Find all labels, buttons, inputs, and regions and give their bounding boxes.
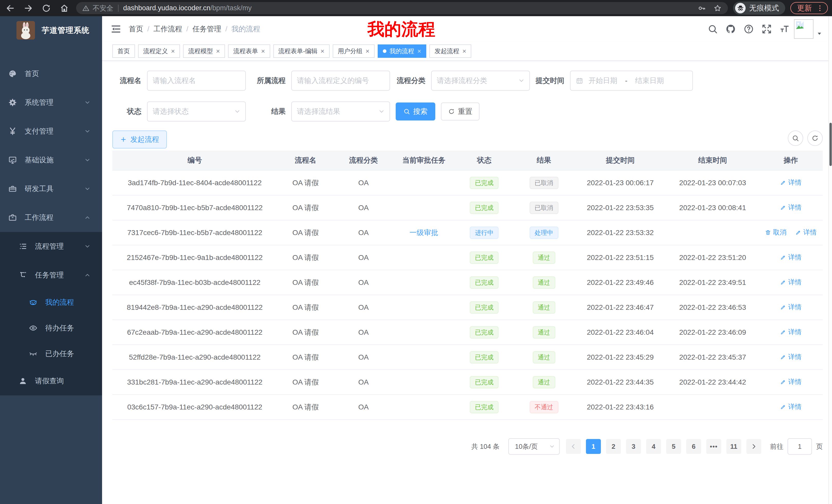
sidebar-submenu-item[interactable]: 流程管理 xyxy=(0,232,102,261)
detail-link[interactable]: 详情 xyxy=(780,203,802,212)
key-icon[interactable] xyxy=(698,4,706,12)
address-bar[interactable]: 不安全 dashboard.yudao.iocoder.cn/bpm/task/… xyxy=(76,2,728,14)
detail-link[interactable]: 详情 xyxy=(780,278,802,287)
sidebar-menu-item[interactable]: 研发工具 xyxy=(0,174,102,203)
breadcrumb-item[interactable]: 我的流程 xyxy=(231,24,260,34)
navbar-action[interactable] xyxy=(744,24,754,34)
start-process-button[interactable]: 发起流程 xyxy=(112,131,167,148)
detail-link[interactable]: 详情 xyxy=(780,353,802,361)
page-button[interactable]: 2 xyxy=(606,439,621,454)
table-row: 52ffd28e-7b9a-11ec-a290-acde48001122 OA … xyxy=(112,345,823,370)
tab[interactable]: 用户分组 × xyxy=(333,45,374,58)
detail-link[interactable]: 详情 xyxy=(780,253,802,262)
breadcrumb-item[interactable]: 工作流程 xyxy=(154,24,182,34)
tab-close-icon[interactable]: × xyxy=(261,48,265,54)
annotation-text: 我的流程 xyxy=(367,18,435,41)
page-button[interactable]: ••• xyxy=(706,439,721,454)
process-definition-input[interactable] xyxy=(291,71,390,91)
toggle-search-button[interactable] xyxy=(788,131,803,146)
tab[interactable]: 首页 xyxy=(112,45,135,58)
tab-close-icon[interactable]: × xyxy=(462,48,466,54)
detail-link[interactable]: 详情 xyxy=(795,228,817,237)
page-button[interactable]: 3 xyxy=(626,439,641,454)
page-button[interactable]: 11 xyxy=(726,439,741,454)
cell-id: 2152467e-7b9b-11ec-9a1b-acde48001122 xyxy=(112,245,277,270)
breadcrumb-separator: / xyxy=(147,25,149,33)
sidebar-menu-item[interactable]: 支付管理 xyxy=(0,117,102,146)
detail-link[interactable]: 详情 xyxy=(780,303,802,312)
page-button[interactable]: 5 xyxy=(666,439,681,454)
tab-close-icon[interactable]: × xyxy=(216,48,220,54)
incognito-icon xyxy=(737,4,744,12)
tab-close-icon[interactable]: × xyxy=(366,48,369,54)
date-end-placeholder[interactable]: 结束日期 xyxy=(635,76,664,86)
sidebar-submenu-item[interactable]: 请假查询 xyxy=(0,367,102,395)
tab[interactable]: 流程表单-编辑 × xyxy=(273,45,330,58)
reset-button[interactable]: 重置 xyxy=(441,103,479,120)
result-select[interactable]: 请选择流结果 xyxy=(291,102,390,121)
breadcrumb-item[interactable]: 任务管理 xyxy=(192,24,222,34)
table-row: 7317cec6-7b9b-11ec-b5b7-acde48001122 OA … xyxy=(112,220,823,245)
process-category-select[interactable]: 请选择流程分类 xyxy=(431,71,530,91)
tab[interactable]: 流程模型 × xyxy=(183,45,225,58)
navbar-action[interactable] xyxy=(726,24,736,34)
tab[interactable]: 发起流程 × xyxy=(430,45,471,58)
page-button[interactable]: 1 xyxy=(586,439,601,454)
detail-link[interactable]: 详情 xyxy=(780,328,802,337)
browser-menu-icon[interactable] xyxy=(816,4,824,12)
back-icon[interactable] xyxy=(6,4,15,13)
star-icon[interactable] xyxy=(713,4,722,12)
sidebar-submenu-item[interactable]: 我的流程 xyxy=(0,289,102,315)
result-tag: 通过 xyxy=(533,376,555,388)
avatar[interactable] xyxy=(794,19,813,39)
page-button[interactable]: 4 xyxy=(646,439,661,454)
search-button[interactable]: 搜索 xyxy=(396,103,435,120)
reload-icon[interactable] xyxy=(42,4,51,13)
navbar-action[interactable] xyxy=(780,24,790,34)
refresh-table-button[interactable] xyxy=(807,131,823,146)
forward-icon[interactable] xyxy=(24,4,33,13)
breadcrumb-item[interactable]: 首页 xyxy=(129,24,143,34)
cell-end-time: 2022-01-22 23:49:51 xyxy=(667,270,759,295)
scrollbar-track[interactable] xyxy=(828,16,832,504)
cell-category: OA xyxy=(334,170,393,195)
tab[interactable]: 流程表单 × xyxy=(228,45,270,58)
hamburger-icon[interactable] xyxy=(111,24,121,34)
next-page-button[interactable] xyxy=(746,439,761,454)
detail-link[interactable]: 详情 xyxy=(780,178,802,187)
sidebar-menu-item[interactable]: 首页 xyxy=(0,59,102,88)
detail-link[interactable]: 详情 xyxy=(780,377,802,386)
date-range-picker[interactable]: 开始日期 - 结束日期 xyxy=(570,71,693,91)
date-start-placeholder[interactable]: 开始日期 xyxy=(589,76,617,86)
page-button[interactable]: 6 xyxy=(686,439,701,454)
column-header: 当前审批任务 xyxy=(393,150,454,170)
sidebar-menu-item[interactable]: 系统管理 xyxy=(0,88,102,117)
sidebar-submenu-item[interactable]: 待办任务 xyxy=(0,315,102,341)
sidebar-menu-item[interactable]: 工作流程 xyxy=(0,203,102,232)
goto-page-input[interactable] xyxy=(787,438,812,455)
sidebar-submenu-item[interactable]: 已办任务 xyxy=(0,341,102,367)
app-logo-row[interactable]: 芋道管理系统 xyxy=(0,16,102,45)
detail-link[interactable]: 详情 xyxy=(780,402,802,411)
tab[interactable]: 我的流程 × xyxy=(378,45,426,58)
security-indicator[interactable]: 不安全 xyxy=(82,4,113,13)
home-icon[interactable] xyxy=(60,4,69,13)
status-select[interactable]: 请选择状态 xyxy=(147,102,246,121)
tab-close-icon[interactable]: × xyxy=(417,48,421,54)
tab-close-icon[interactable]: × xyxy=(171,48,175,54)
filter-row-2: 状态 请选择状态 结果 请选择流结果 搜索 重置 xyxy=(112,102,823,121)
sidebar-menu-item[interactable]: 基础设施 xyxy=(0,146,102,174)
scrollbar-thumb[interactable] xyxy=(829,123,832,166)
tab[interactable]: 流程定义 × xyxy=(138,45,180,58)
sidebar-submenu-item[interactable]: 任务管理 xyxy=(0,261,102,289)
page-size-select[interactable]: 10条/页 xyxy=(508,438,560,455)
browser-update-button[interactable]: 更新 xyxy=(790,2,828,14)
cancel-link[interactable]: 取消 xyxy=(765,228,786,237)
prev-page-button[interactable] xyxy=(566,439,581,454)
current-task-link[interactable]: 一级审批 xyxy=(410,229,438,236)
navbar-action[interactable] xyxy=(761,24,772,34)
navbar-action[interactable] xyxy=(707,24,718,34)
caret-down-icon[interactable] xyxy=(816,31,822,36)
process-name-input[interactable] xyxy=(147,71,246,91)
tab-close-icon[interactable]: × xyxy=(321,48,324,54)
